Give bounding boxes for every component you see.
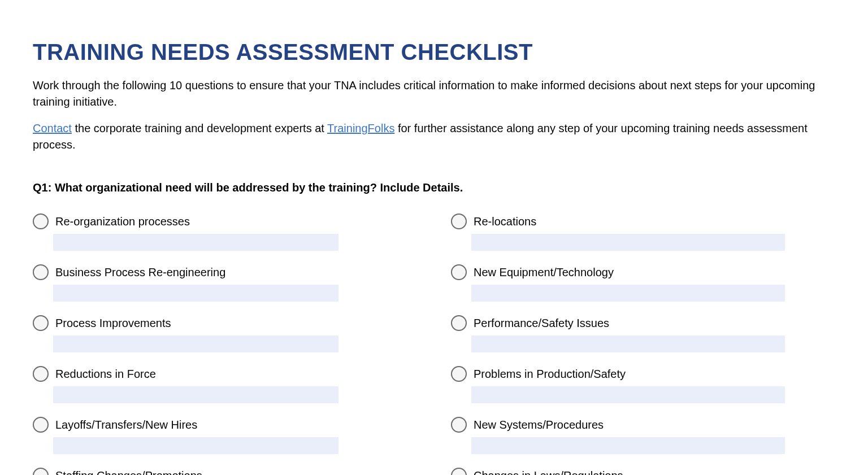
option-label: Re-organization processes xyxy=(55,215,190,228)
option-item: Performance/Safety Issues xyxy=(451,315,835,352)
option-label: New Equipment/Technology xyxy=(474,266,614,279)
option-label: Layoffs/Transfers/New Hires xyxy=(55,419,197,432)
detail-input[interactable] xyxy=(471,386,785,403)
detail-input[interactable] xyxy=(53,285,338,302)
radio-button[interactable] xyxy=(33,213,49,229)
option-item: Layoffs/Transfers/New Hires xyxy=(33,417,417,454)
option-label: Re-locations xyxy=(474,215,536,228)
radio-button[interactable] xyxy=(33,264,49,280)
option-item: New Equipment/Technology xyxy=(451,264,835,302)
option-item: Business Process Re-engineering xyxy=(33,264,417,302)
options-columns: Re-organization processes Business Proce… xyxy=(33,213,835,475)
option-item: Staffing Changes/Promotions xyxy=(33,468,417,475)
option-item: Problems in Production/Safety xyxy=(451,366,835,403)
option-item: Re-locations xyxy=(451,213,835,251)
option-label: Reductions in Force xyxy=(55,368,156,381)
option-item: Re-organization processes xyxy=(33,213,417,251)
option-item: Changes in Laws/Regulations xyxy=(451,468,835,475)
radio-button[interactable] xyxy=(451,468,467,475)
page-title: TRAINING NEEDS ASSESSMENT CHECKLIST xyxy=(33,40,835,65)
radio-button[interactable] xyxy=(33,366,49,382)
radio-button[interactable] xyxy=(451,213,467,229)
detail-input[interactable] xyxy=(471,335,785,352)
detail-input[interactable] xyxy=(471,285,785,302)
options-column-left: Re-organization processes Business Proce… xyxy=(33,213,417,475)
document-page: TRAINING NEEDS ASSESSMENT CHECKLIST Work… xyxy=(0,0,868,475)
option-label: Changes in Laws/Regulations xyxy=(474,469,623,476)
option-item: Process Improvements xyxy=(33,315,417,352)
contact-link[interactable]: Contact xyxy=(33,122,72,134)
option-label: Staffing Changes/Promotions xyxy=(55,469,202,476)
option-label: New Systems/Procedures xyxy=(474,419,604,432)
radio-button[interactable] xyxy=(451,315,467,331)
detail-input[interactable] xyxy=(53,335,338,352)
option-label: Business Process Re-engineering xyxy=(55,266,225,279)
detail-input[interactable] xyxy=(471,234,785,251)
intro-mid-text: the corporate training and development e… xyxy=(72,122,327,134)
detail-input[interactable] xyxy=(53,234,338,251)
detail-input[interactable] xyxy=(53,386,338,403)
question-1-heading: Q1: What organizational need will be add… xyxy=(33,181,835,194)
radio-button[interactable] xyxy=(451,366,467,382)
options-column-right: Re-locations New Equipment/Technology Pe… xyxy=(451,213,835,475)
radio-button[interactable] xyxy=(451,417,467,433)
option-item: Reductions in Force xyxy=(33,366,417,403)
intro-paragraph-1: Work through the following 10 questions … xyxy=(33,77,835,110)
detail-input[interactable] xyxy=(53,437,338,454)
option-label: Problems in Production/Safety xyxy=(474,368,626,381)
detail-input[interactable] xyxy=(471,437,785,454)
option-label: Process Improvements xyxy=(55,317,171,330)
radio-button[interactable] xyxy=(451,264,467,280)
radio-button[interactable] xyxy=(33,468,49,475)
option-item: New Systems/Procedures xyxy=(451,417,835,454)
intro-paragraph-2: Contact the corporate training and devel… xyxy=(33,120,835,153)
radio-button[interactable] xyxy=(33,417,49,433)
option-label: Performance/Safety Issues xyxy=(474,317,609,330)
radio-button[interactable] xyxy=(33,315,49,331)
trainingfolks-link[interactable]: TrainingFolks xyxy=(327,122,394,134)
